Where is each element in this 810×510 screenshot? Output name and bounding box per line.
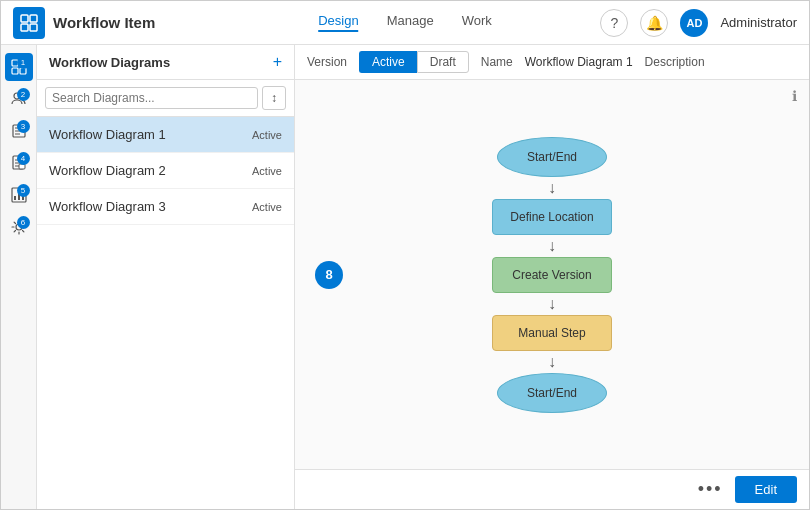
svg-rect-2	[21, 24, 28, 31]
diagram-item-status-2: Active	[252, 165, 282, 177]
flow-arrow-1: ↓	[548, 177, 556, 199]
info-icon[interactable]: ℹ	[792, 88, 797, 104]
search-input[interactable]	[45, 87, 258, 109]
svg-rect-20	[14, 196, 16, 200]
sidebar-badge-3: 3	[17, 120, 30, 133]
top-header: Workflow Item Design Manage Work ? 🔔 AD …	[1, 1, 809, 45]
sidebar-icon-5[interactable]: 5	[5, 181, 33, 209]
diagrams-panel-header: Workflow Diagrams +	[37, 45, 294, 80]
flow-node-end-label: Start/End	[527, 386, 577, 400]
circle-badge: 8	[315, 261, 343, 289]
svg-rect-3	[30, 24, 37, 31]
version-tab-active[interactable]: Active	[359, 51, 417, 73]
flow-arrow-3: ↓	[548, 293, 556, 315]
arrow-down-icon-4: ↓	[548, 353, 556, 371]
svg-rect-1	[30, 15, 37, 22]
arrow-down-icon-3: ↓	[548, 295, 556, 313]
app-title: Workflow Item	[53, 14, 155, 31]
edit-button[interactable]: Edit	[735, 476, 797, 503]
sidebar-icon-6[interactable]: 6	[5, 213, 33, 241]
help-button[interactable]: ?	[600, 9, 628, 37]
bottom-bar: ••• Edit	[295, 469, 809, 509]
diagram-item-2[interactable]: Workflow Diagram 2 Active	[37, 153, 294, 189]
sidebar-badge-5: 5	[17, 184, 30, 197]
diagram-list: Workflow Diagram 1 Active Workflow Diagr…	[37, 117, 294, 509]
search-row: ↕	[37, 80, 294, 117]
sort-icon: ↕	[271, 91, 277, 105]
version-tab-draft[interactable]: Draft	[417, 51, 469, 73]
name-value: Workflow Diagram 1	[525, 55, 633, 69]
flow-arrow-2: ↓	[548, 235, 556, 257]
version-tabs: Active Draft	[359, 51, 469, 73]
arrow-down-icon-1: ↓	[548, 179, 556, 197]
version-label: Version	[307, 55, 347, 69]
sidebar-icons: 1 2 3	[1, 45, 37, 509]
flow-node-define: Define Location	[492, 199, 612, 235]
avatar[interactable]: AD	[680, 9, 708, 37]
main-body: 1 2 3	[1, 45, 809, 509]
sidebar-icon-1[interactable]: 1	[5, 53, 33, 81]
diagram-item-status-1: Active	[252, 129, 282, 141]
svg-rect-6	[12, 68, 18, 74]
diagram-item-name-3: Workflow Diagram 3	[49, 199, 166, 214]
sidebar-icon-4[interactable]: 4	[5, 149, 33, 177]
flow-node-end: Start/End	[497, 373, 607, 413]
version-bar: Version Active Draft Name Workflow Diagr…	[295, 45, 809, 80]
sidebar-icon-2[interactable]: 2	[5, 85, 33, 113]
header-nav: Design Manage Work	[318, 13, 492, 32]
add-diagram-button[interactable]: +	[273, 53, 282, 71]
flow-node-create-label: Create Version	[512, 268, 591, 282]
flowchart: Start/End ↓ Define Location ↓ Create Ver…	[492, 137, 612, 413]
flow-arrow-4: ↓	[548, 351, 556, 373]
sidebar-icon-3[interactable]: 3	[5, 117, 33, 145]
svg-rect-0	[21, 15, 28, 22]
diagrams-panel-title: Workflow Diagrams	[49, 55, 170, 70]
flow-node-manual: Manual Step	[492, 315, 612, 351]
admin-label: Administrator	[720, 15, 797, 30]
nav-work[interactable]: Work	[462, 13, 492, 32]
arrow-down-icon-2: ↓	[548, 237, 556, 255]
flow-node-start1: Start/End	[497, 137, 607, 177]
more-button[interactable]: •••	[698, 479, 723, 500]
name-label: Name	[481, 55, 513, 69]
sidebar-badge-6: 6	[17, 216, 30, 229]
nav-manage[interactable]: Manage	[387, 13, 434, 32]
sidebar-badge-2: 2	[17, 88, 30, 101]
header-actions: ? 🔔 AD Administrator	[600, 9, 797, 37]
content-area: Version Active Draft Name Workflow Diagr…	[295, 45, 809, 509]
logo-icon	[13, 7, 45, 39]
diagram-item-name-1: Workflow Diagram 1	[49, 127, 166, 142]
desc-label: Description	[645, 55, 705, 69]
bell-icon: 🔔	[646, 15, 663, 31]
diagram-item-3[interactable]: Workflow Diagram 3 Active	[37, 189, 294, 225]
flow-node-manual-label: Manual Step	[518, 326, 585, 340]
bell-button[interactable]: 🔔	[640, 9, 668, 37]
diagrams-panel: Workflow Diagrams + ↕ Workflow Diagram 1…	[37, 45, 295, 509]
diagram-item-status-3: Active	[252, 201, 282, 213]
diagram-item-name-2: Workflow Diagram 2	[49, 163, 166, 178]
sidebar-badge-4: 4	[17, 152, 30, 165]
sidebar-badge-1: 1	[17, 56, 30, 69]
help-icon: ?	[611, 15, 619, 31]
nav-design[interactable]: Design	[318, 13, 358, 32]
app-container: Workflow Item Design Manage Work ? 🔔 AD …	[0, 0, 810, 510]
diagram-item-1[interactable]: Workflow Diagram 1 Active	[37, 117, 294, 153]
sort-button[interactable]: ↕	[262, 86, 286, 110]
flow-node-define-label: Define Location	[510, 210, 593, 224]
flow-node-start1-label: Start/End	[527, 150, 577, 164]
flow-node-create: Create Version	[492, 257, 612, 293]
header-logo: Workflow Item	[13, 7, 155, 39]
diagram-canvas: ℹ 8 Start/End ↓ Define Location ↓	[295, 80, 809, 469]
